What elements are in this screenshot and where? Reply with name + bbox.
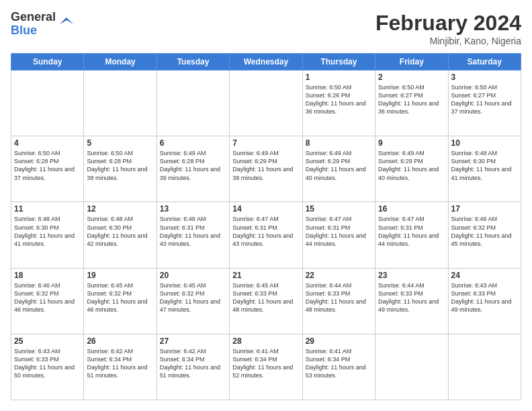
calendar-cell: 27Sunrise: 6:42 AM Sunset: 6:34 PM Dayli… (157, 334, 229, 400)
month-title: February 2024 (375, 11, 521, 36)
day-info: Sunrise: 6:47 AM Sunset: 6:31 PM Dayligh… (378, 215, 445, 248)
header: General Blue February 2024 Minjibir, Kan… (11, 11, 521, 46)
day-info: Sunrise: 6:44 AM Sunset: 6:33 PM Dayligh… (378, 281, 445, 314)
day-number: 7 (232, 138, 299, 148)
calendar-cell: 14Sunrise: 6:47 AM Sunset: 6:31 PM Dayli… (230, 202, 302, 268)
day-number: 2 (378, 73, 445, 82)
calendar-cell: 26Sunrise: 6:42 AM Sunset: 6:34 PM Dayli… (84, 334, 157, 400)
calendar-day-header: Friday (375, 54, 448, 71)
calendar-cell: 7Sunrise: 6:49 AM Sunset: 6:29 PM Daylig… (230, 136, 302, 202)
day-number: 24 (451, 271, 518, 280)
calendar-cell: 16Sunrise: 6:47 AM Sunset: 6:31 PM Dayli… (375, 202, 448, 268)
calendar-cell: 18Sunrise: 6:46 AM Sunset: 6:32 PM Dayli… (11, 268, 84, 334)
day-info: Sunrise: 6:44 AM Sunset: 6:33 PM Dayligh… (306, 281, 372, 314)
calendar-cell: 1Sunrise: 6:50 AM Sunset: 6:26 PM Daylig… (302, 71, 375, 136)
day-number: 8 (306, 138, 372, 148)
day-info: Sunrise: 6:41 AM Sunset: 6:34 PM Dayligh… (306, 347, 372, 380)
calendar-day-header: Thursday (302, 54, 375, 71)
calendar-cell (157, 71, 229, 136)
day-number: 23 (378, 271, 445, 280)
calendar-header-row: SundayMondayTuesdayWednesdayThursdayFrid… (11, 54, 521, 71)
logo: General Blue (11, 11, 76, 38)
day-info: Sunrise: 6:50 AM Sunset: 6:27 PM Dayligh… (378, 83, 445, 116)
day-number: 19 (87, 271, 153, 280)
day-number: 14 (232, 204, 299, 214)
day-info: Sunrise: 6:46 AM Sunset: 6:32 PM Dayligh… (14, 281, 81, 314)
title-block: February 2024 Minjibir, Kano, Nigeria (375, 11, 521, 46)
calendar-cell: 4Sunrise: 6:50 AM Sunset: 6:28 PM Daylig… (11, 136, 84, 202)
calendar-day-header: Saturday (448, 54, 521, 71)
day-info: Sunrise: 6:47 AM Sunset: 6:31 PM Dayligh… (306, 215, 372, 248)
calendar-week-row: 1Sunrise: 6:50 AM Sunset: 6:26 PM Daylig… (11, 71, 521, 136)
logo-text: General Blue (11, 11, 56, 38)
day-info: Sunrise: 6:43 AM Sunset: 6:33 PM Dayligh… (451, 281, 518, 314)
day-info: Sunrise: 6:49 AM Sunset: 6:28 PM Dayligh… (160, 149, 226, 182)
calendar-week-row: 4Sunrise: 6:50 AM Sunset: 6:28 PM Daylig… (11, 136, 521, 202)
calendar-cell (84, 71, 157, 136)
day-number: 27 (160, 336, 226, 346)
day-number: 28 (232, 336, 299, 346)
day-number: 20 (160, 271, 226, 280)
day-number: 3 (451, 73, 518, 82)
calendar-cell (11, 71, 84, 136)
calendar-cell: 22Sunrise: 6:44 AM Sunset: 6:33 PM Dayli… (302, 268, 375, 334)
day-info: Sunrise: 6:48 AM Sunset: 6:30 PM Dayligh… (14, 215, 81, 248)
calendar-cell: 3Sunrise: 6:50 AM Sunset: 6:27 PM Daylig… (448, 71, 521, 136)
day-info: Sunrise: 6:50 AM Sunset: 6:26 PM Dayligh… (306, 83, 372, 116)
calendar-cell: 23Sunrise: 6:44 AM Sunset: 6:33 PM Dayli… (375, 268, 448, 334)
calendar-week-row: 25Sunrise: 6:43 AM Sunset: 6:33 PM Dayli… (11, 334, 521, 400)
day-info: Sunrise: 6:43 AM Sunset: 6:33 PM Dayligh… (14, 347, 81, 380)
calendar-cell: 28Sunrise: 6:41 AM Sunset: 6:34 PM Dayli… (230, 334, 302, 400)
calendar-cell: 13Sunrise: 6:48 AM Sunset: 6:31 PM Dayli… (157, 202, 229, 268)
calendar-cell: 17Sunrise: 6:46 AM Sunset: 6:32 PM Dayli… (448, 202, 521, 268)
calendar-day-header: Sunday (11, 54, 84, 71)
logo-blue: Blue (11, 24, 56, 38)
day-number: 16 (378, 204, 445, 214)
logo-general: General (11, 11, 56, 24)
calendar-cell: 15Sunrise: 6:47 AM Sunset: 6:31 PM Dayli… (302, 202, 375, 268)
day-number: 4 (14, 138, 81, 148)
day-info: Sunrise: 6:48 AM Sunset: 6:31 PM Dayligh… (160, 215, 226, 248)
calendar-cell (448, 334, 521, 400)
calendar-cell: 5Sunrise: 6:50 AM Sunset: 6:28 PM Daylig… (84, 136, 157, 202)
calendar-cell: 20Sunrise: 6:45 AM Sunset: 6:32 PM Dayli… (157, 268, 229, 334)
day-info: Sunrise: 6:42 AM Sunset: 6:34 PM Dayligh… (160, 347, 226, 380)
day-number: 12 (87, 204, 153, 214)
calendar-table: SundayMondayTuesdayWednesdayThursdayFrid… (11, 53, 521, 400)
calendar-cell: 24Sunrise: 6:43 AM Sunset: 6:33 PM Dayli… (448, 268, 521, 334)
day-number: 1 (306, 73, 372, 82)
day-info: Sunrise: 6:45 AM Sunset: 6:32 PM Dayligh… (160, 281, 226, 314)
day-info: Sunrise: 6:42 AM Sunset: 6:34 PM Dayligh… (87, 347, 153, 380)
day-info: Sunrise: 6:46 AM Sunset: 6:32 PM Dayligh… (451, 215, 518, 248)
day-number: 26 (87, 336, 153, 346)
day-info: Sunrise: 6:41 AM Sunset: 6:34 PM Dayligh… (232, 347, 299, 380)
day-info: Sunrise: 6:47 AM Sunset: 6:31 PM Dayligh… (232, 215, 299, 248)
day-number: 11 (14, 204, 81, 214)
calendar-day-header: Wednesday (230, 54, 302, 71)
calendar-cell: 10Sunrise: 6:48 AM Sunset: 6:30 PM Dayli… (448, 136, 521, 202)
day-number: 18 (14, 271, 81, 280)
calendar-week-row: 18Sunrise: 6:46 AM Sunset: 6:32 PM Dayli… (11, 268, 521, 334)
day-info: Sunrise: 6:45 AM Sunset: 6:32 PM Dayligh… (87, 281, 153, 314)
day-number: 10 (451, 138, 518, 148)
calendar-cell: 6Sunrise: 6:49 AM Sunset: 6:28 PM Daylig… (157, 136, 229, 202)
calendar-cell: 21Sunrise: 6:45 AM Sunset: 6:33 PM Dayli… (230, 268, 302, 334)
calendar-cell: 12Sunrise: 6:48 AM Sunset: 6:30 PM Dayli… (84, 202, 157, 268)
location: Minjibir, Kano, Nigeria (375, 36, 521, 46)
calendar-cell: 11Sunrise: 6:48 AM Sunset: 6:30 PM Dayli… (11, 202, 84, 268)
day-info: Sunrise: 6:50 AM Sunset: 6:28 PM Dayligh… (14, 149, 81, 182)
day-info: Sunrise: 6:49 AM Sunset: 6:29 PM Dayligh… (232, 149, 299, 182)
day-info: Sunrise: 6:48 AM Sunset: 6:30 PM Dayligh… (87, 215, 153, 248)
day-number: 22 (306, 271, 372, 280)
calendar-cell (230, 71, 302, 136)
page: General Blue February 2024 Minjibir, Kan… (0, 0, 532, 411)
day-number: 29 (306, 336, 372, 346)
day-number: 17 (451, 204, 518, 214)
day-number: 15 (306, 204, 372, 214)
day-info: Sunrise: 6:49 AM Sunset: 6:29 PM Dayligh… (306, 149, 372, 182)
day-number: 6 (160, 138, 226, 148)
calendar-cell: 8Sunrise: 6:49 AM Sunset: 6:29 PM Daylig… (302, 136, 375, 202)
calendar-week-row: 11Sunrise: 6:48 AM Sunset: 6:30 PM Dayli… (11, 202, 521, 268)
calendar-cell: 25Sunrise: 6:43 AM Sunset: 6:33 PM Dayli… (11, 334, 84, 400)
day-info: Sunrise: 6:49 AM Sunset: 6:29 PM Dayligh… (378, 149, 445, 182)
